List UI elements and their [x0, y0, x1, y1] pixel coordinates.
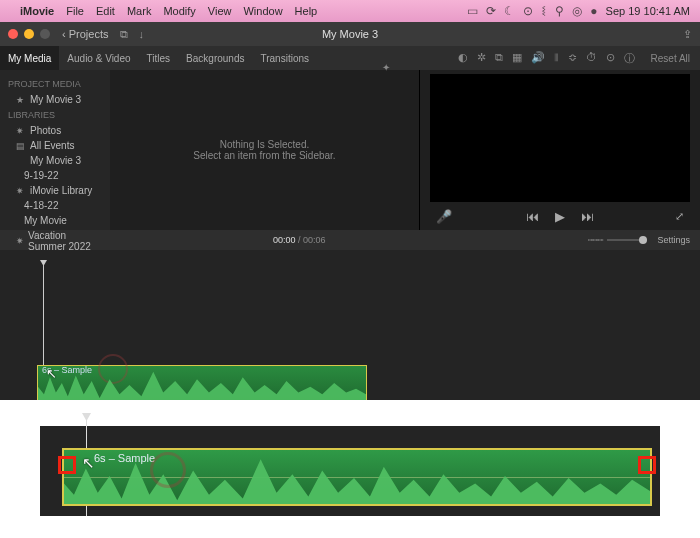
next-button[interactable]: ⏭ — [581, 209, 594, 224]
preview-controls: 🎤 ⏮ ▶ ⏭ ⤢ — [420, 202, 700, 230]
status-icon[interactable]: ☾ — [504, 4, 515, 18]
sidebar-header-libraries: LIBRARIES — [0, 107, 110, 123]
menubar-datetime[interactable]: Sep 19 10:41 AM — [606, 5, 690, 17]
filter-icon[interactable]: ⊙ — [606, 51, 615, 66]
sidebar-item-label: Vacation Summer 2022 — [28, 230, 102, 252]
preview-viewer[interactable] — [430, 74, 690, 202]
tab-titles[interactable]: Titles — [139, 46, 179, 70]
imovie-window: ‹ Projects ⧉ ↓ My Movie 3 ⇪ My Media Aud… — [0, 22, 700, 400]
prev-button[interactable]: ⏮ — [526, 209, 539, 224]
preview-pane: 🎤 ⏮ ▶ ⏭ ⤢ — [420, 70, 700, 230]
voiceover-mic-icon[interactable]: 🎤 — [436, 209, 452, 224]
share-icon[interactable]: ⇪ — [683, 28, 692, 41]
color-balance-icon[interactable]: ◐ — [458, 51, 468, 66]
sidebar-item-label: My Movie 3 — [30, 94, 81, 105]
color-correction-icon[interactable]: ✲ — [477, 51, 486, 66]
media-import-icon[interactable]: ⧉ — [120, 28, 128, 41]
library-sidebar: PROJECT MEDIA ★My Movie 3 LIBRARIES ✷Pho… — [0, 70, 110, 230]
status-icon[interactable]: ▭ — [467, 4, 478, 18]
browser-empty-state: Nothing Is Selected. Select an item from… — [110, 70, 420, 230]
library-icon: ✷ — [16, 236, 24, 246]
menu-window[interactable]: Window — [243, 5, 282, 17]
sidebar-item[interactable]: My Movie — [0, 213, 110, 228]
window-zoom-button[interactable] — [40, 29, 50, 39]
sidebar-item-label: Photos — [30, 125, 61, 136]
window-minimize-button[interactable] — [24, 29, 34, 39]
sidebar-item-label: 9-19-22 — [24, 170, 58, 181]
sidebar-item-label: All Events — [30, 140, 74, 151]
menu-help[interactable]: Help — [295, 5, 318, 17]
reset-all-button[interactable]: Reset All — [651, 53, 690, 64]
magic-wand-icon[interactable]: ✦ — [382, 62, 390, 73]
menu-view[interactable]: View — [208, 5, 232, 17]
timeline[interactable]: ↖ 6s – Sample — [0, 250, 700, 400]
noise-icon[interactable]: ⫴ — [554, 51, 559, 66]
sidebar-item-label: iMovie Library — [30, 185, 92, 196]
trim-handle-left-highlight — [58, 456, 76, 474]
search-icon[interactable]: ⚲ — [555, 4, 564, 18]
app-menu[interactable]: iMovie — [20, 5, 54, 17]
menu-file[interactable]: File — [66, 5, 84, 17]
sidebar-item-label: 4-18-22 — [24, 200, 58, 211]
status-icon[interactable]: ● — [590, 4, 597, 18]
cursor-icon: ↖ — [46, 366, 57, 381]
empty-title: Nothing Is Selected. — [220, 139, 310, 150]
sidebar-header-project-media: PROJECT MEDIA — [0, 76, 110, 92]
trim-handle-right-highlight — [638, 456, 656, 474]
timeline-zoom-slider[interactable]: ┉┉┉ — [588, 235, 647, 245]
menu-edit[interactable]: Edit — [96, 5, 115, 17]
status-icon[interactable]: ⟳ — [486, 4, 496, 18]
total-time: 00:06 — [303, 235, 326, 245]
sidebar-item[interactable]: 9-19-22 — [0, 168, 110, 183]
star-icon: ★ — [16, 95, 26, 105]
window-traffic-lights — [8, 29, 50, 39]
eq-icon[interactable]: ≎ — [568, 51, 577, 66]
photos-icon: ✷ — [16, 126, 26, 136]
sidebar-item-label: My Movie 3 — [30, 155, 81, 166]
sidebar-item[interactable]: ✷Photos — [0, 123, 110, 138]
speed-icon[interactable]: ⏱ — [586, 51, 597, 66]
info-icon[interactable]: ⓘ — [624, 51, 635, 66]
cursor-icon: ↖ — [82, 454, 95, 472]
back-to-projects-button[interactable]: ‹ Projects — [62, 28, 108, 40]
timeline-timecode: 00:00 / 00:06 — [273, 235, 326, 245]
crop-icon[interactable]: ⧉ — [495, 51, 503, 66]
zoomed-annotation-strip: 6s – Sample ↖ — [0, 400, 700, 536]
empty-subtitle: Select an item from the Sidebar. — [193, 150, 335, 161]
audio-clip[interactable]: ↖ 6s – Sample — [37, 365, 367, 400]
play-button[interactable]: ▶ — [555, 209, 565, 224]
macos-menubar: iMovie File Edit Mark Modify View Window… — [0, 0, 700, 22]
sidebar-item[interactable]: ✷iMovie Library — [0, 183, 110, 198]
wifi-icon[interactable]: ⧙ — [541, 4, 547, 18]
browser-toolbar: My Media Audio & Video Titles Background… — [0, 46, 700, 70]
volume-icon[interactable]: 🔊 — [531, 51, 545, 66]
grid-icon: ▤ — [16, 141, 26, 151]
timeline-settings-button[interactable]: Settings — [657, 235, 690, 245]
stabilize-icon[interactable]: ▦ — [512, 51, 522, 66]
sidebar-item[interactable]: 4-18-22 — [0, 198, 110, 213]
tab-audio-video[interactable]: Audio & Video — [59, 46, 138, 70]
sidebar-item[interactable]: My Movie 3 — [0, 153, 110, 168]
sidebar-item-label: My Movie — [24, 215, 67, 226]
fullscreen-icon[interactable]: ⤢ — [675, 210, 684, 223]
zoomed-timeline: 6s – Sample ↖ — [40, 426, 660, 516]
tab-backgrounds[interactable]: Backgrounds — [178, 46, 252, 70]
status-icon[interactable]: ⊙ — [523, 4, 533, 18]
control-center-icon[interactable]: ◎ — [572, 4, 582, 18]
sidebar-item[interactable]: ▤All Events — [0, 138, 110, 153]
library-icon: ✷ — [16, 186, 26, 196]
download-icon[interactable]: ↓ — [138, 28, 144, 40]
tab-transitions[interactable]: Transitions — [252, 46, 317, 70]
inspector-toolbar: ◐ ✲ ⧉ ▦ 🔊 ⫴ ≎ ⏱ ⊙ ⓘ — [448, 51, 645, 66]
tab-my-media[interactable]: My Media — [0, 46, 59, 70]
menu-mark[interactable]: Mark — [127, 5, 151, 17]
window-titlebar: ‹ Projects ⧉ ↓ My Movie 3 ⇪ — [0, 22, 700, 46]
window-close-button[interactable] — [8, 29, 18, 39]
menu-modify[interactable]: Modify — [163, 5, 195, 17]
main-content-row: PROJECT MEDIA ★My Movie 3 LIBRARIES ✷Pho… — [0, 70, 700, 230]
sidebar-item-project[interactable]: ★My Movie 3 — [0, 92, 110, 107]
click-ring-annotation — [150, 452, 186, 488]
current-time: 00:00 — [273, 235, 296, 245]
window-title: My Movie 3 — [322, 28, 378, 40]
